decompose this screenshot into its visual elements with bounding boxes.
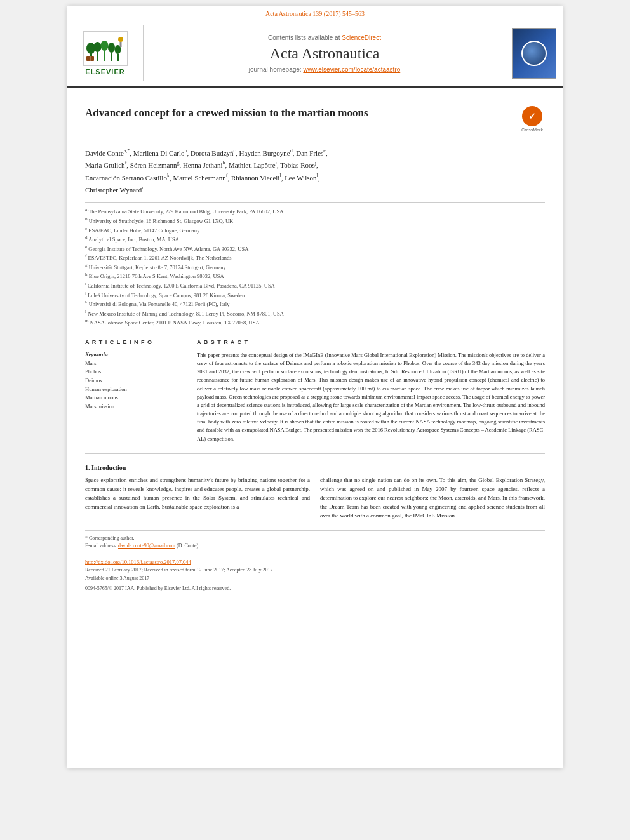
abstract-column: A B S T R A C T This paper presents the … [197, 339, 545, 443]
sciencedirect-line: Contents lists available at ScienceDirec… [268, 34, 381, 41]
journal-cover-section [506, 25, 563, 81]
svg-point-3 [93, 42, 101, 52]
journal-homepage: journal homepage: www.elsevier.com/locat… [249, 66, 400, 73]
svg-rect-6 [111, 53, 112, 61]
authors-section: Davide Contea,*, Marilena Di Carlob, Dor… [85, 147, 545, 196]
section-divider [85, 453, 545, 454]
keyword-mars-mission: Mars mission [85, 403, 187, 411]
keyword-phobos: Phobos [85, 368, 187, 377]
main-content: Advanced concept for a crewed mission to… [67, 88, 563, 601]
available-text: Available online 3 August 2017 [85, 575, 545, 583]
abstract-text: This paper presents the conceptual desig… [197, 351, 545, 443]
email-note: E-mail address: davide.conte90@gmail.com… [85, 542, 545, 550]
article-info-abstract-section: A R T I C L E I N F O Keywords: Mars Pho… [85, 339, 545, 443]
journal-cover-image [512, 28, 556, 79]
article-info-column: A R T I C L E I N F O Keywords: Mars Pho… [85, 339, 187, 443]
journal-header: ELSEVIER Contents lists available at Sci… [67, 20, 563, 88]
affiliation-g: g Universität Stuttgart, Keplerstraße 7,… [85, 262, 545, 272]
doi-link[interactable]: http://dx.doi.org/10.1016/j.actaastro.20… [85, 559, 191, 565]
footnote-section: * Corresponding author. E-mail address: … [85, 530, 545, 550]
keyword-mars: Mars [85, 359, 187, 368]
body-right-col: challenge that no single nation can do o… [320, 476, 545, 521]
body-two-col: Space exploration enriches and strengthe… [85, 476, 545, 521]
svg-rect-11 [119, 42, 121, 47]
affiliations-section: a The Pennsylvania State University, 229… [85, 202, 545, 331]
journal-citation: Acta Astronautica 139 (2017) 545–563 [265, 10, 365, 17]
affiliation-c: c ESA/EAC, Linder Höhe, 51147 Cologne, G… [85, 225, 545, 235]
crossmark-label: CrossMark [521, 128, 543, 132]
svg-rect-8 [117, 54, 119, 61]
affiliation-e: e Georgia Institute of Technology, North… [85, 244, 545, 253]
svg-point-10 [118, 37, 123, 42]
affiliation-k: k Università di Bologna, Via Fontanelle … [85, 299, 545, 309]
keyword-human-exploration: Human exploration [85, 385, 187, 394]
article-title-section: Advanced concept for a crewed mission to… [85, 98, 545, 140]
journal-title-section: Contents lists available at ScienceDirec… [144, 25, 506, 81]
affiliation-f: f ESA/ESTEC, Keplerlaan 1, 2201 AZ Noord… [85, 253, 545, 262]
svg-point-5 [100, 41, 108, 51]
journal-cover-inner [513, 29, 556, 78]
keywords-label: Keywords: [85, 351, 187, 357]
received-text: Received 21 February 2017; Received in r… [85, 566, 545, 575]
crossmark-icon: ✓ [522, 106, 542, 126]
keyword-martian-moons: Martian moons [85, 394, 187, 403]
affiliation-a: a The Pennsylvania State University, 229… [85, 206, 545, 216]
elsevier-logo: ELSEVIER [83, 31, 128, 76]
abstract-heading: A B S T R A C T [197, 339, 545, 347]
keyword-deimos: Deimos [85, 377, 187, 385]
svg-rect-4 [104, 51, 105, 61]
journal-cover-circle [521, 41, 547, 66]
sciencedirect-link[interactable]: ScienceDirect [342, 34, 381, 41]
affiliation-d: d Analytical Space, Inc., Boston, MA, US… [85, 234, 545, 244]
article-info-heading: A R T I C L E I N F O [85, 339, 187, 347]
elsevier-name: ELSEVIER [85, 68, 124, 76]
sup-a: a,* [124, 148, 130, 154]
page: Acta Astronautica 139 (2017) 545–563 [67, 6, 563, 768]
svg-rect-2 [97, 52, 98, 61]
introduction-heading: 1. Introduction [85, 464, 545, 471]
affiliation-h: h Blue Origin, 21218 76th Ave S Kent, Wa… [85, 271, 545, 281]
journal-name: Acta Astronautica [270, 45, 380, 62]
elsevier-logo-image [83, 31, 128, 66]
article-title: Advanced concept for a crewed mission to… [85, 106, 513, 120]
affiliation-l: l New Mexico Institute of Mining and Tec… [85, 309, 545, 318]
elsevier-logo-section: ELSEVIER [67, 25, 144, 81]
corresponding-author-note: * Corresponding author. [85, 535, 545, 542]
affiliation-i: i California Institute of Technology, 12… [85, 281, 545, 290]
elsevier-tree-icon [86, 34, 124, 63]
crossmark-badge: ✓ CrossMark [519, 106, 545, 132]
journal-homepage-link[interactable]: www.elsevier.com/locate/actaastro [303, 66, 400, 73]
affiliation-j: j Luleå University of Technology, Space … [85, 290, 545, 300]
affiliation-m: m NASA Johnson Space Center, 2101 E NASA… [85, 317, 545, 327]
journal-top-bar: Acta Astronautica 139 (2017) 545–563 [67, 6, 563, 20]
introduction-section: 1. Introduction Space exploration enrich… [85, 464, 545, 521]
affiliation-b: b University of Strathclyde, 16 Richmond… [85, 216, 545, 225]
body-left-col: Space exploration enriches and strengthe… [85, 476, 310, 521]
copyright-text: 0094-5765/© 2017 IAA. Published by Elsev… [85, 585, 545, 591]
doi-section: http://dx.doi.org/10.1016/j.actaastro.20… [85, 555, 545, 591]
email-link[interactable]: davide.conte90@gmail.com [118, 543, 175, 549]
author-conte: Davide Conte [85, 149, 124, 157]
svg-point-7 [108, 43, 115, 53]
